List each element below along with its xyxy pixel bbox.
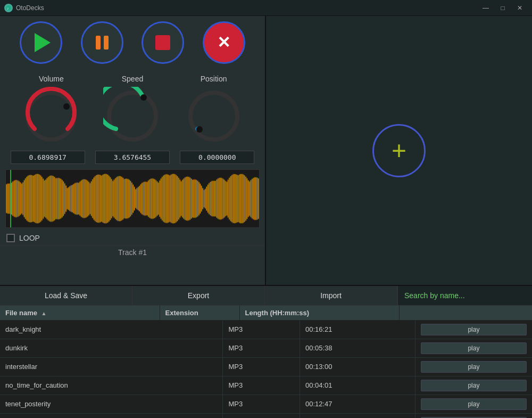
table-body: dark_knight MP3 00:16:21 play dunkirk MP… (0, 321, 532, 418)
loop-checkbox[interactable] (6, 234, 15, 242)
table-row: time MP3 00:04:36 play (0, 413, 532, 418)
filename-cell: no_time_for_caution (0, 376, 223, 395)
col-extension-header[interactable]: Extension (160, 306, 239, 321)
length-cell: 00:04:01 (300, 376, 415, 395)
table-row: dunkirk MP3 00:05:38 play (0, 339, 532, 357)
volume-value[interactable] (11, 151, 85, 164)
length-cell: 00:04:36 (300, 413, 415, 418)
speed-label: Speed (122, 75, 143, 83)
table-row: tenet_posterity MP3 00:12:47 play (0, 395, 532, 413)
play-cell: play (415, 413, 532, 418)
pause-icon (96, 36, 109, 50)
play-icon (35, 33, 51, 52)
filename-cell: dark_knight (0, 321, 223, 339)
transport: ✕ (0, 16, 265, 69)
volume-knob-container: Volume (22, 75, 80, 145)
x-icon: ✕ (217, 35, 230, 51)
pause-button[interactable] (81, 21, 123, 64)
bottom-area: Load & Save Export Import File name ▲ Ex… (0, 285, 532, 418)
close-track-button[interactable]: ✕ (203, 21, 245, 64)
titlebar: ♪ OtoDecks — □ ✕ (0, 0, 532, 16)
svg-text:♪: ♪ (7, 6, 9, 10)
svg-point-3 (63, 103, 70, 110)
export-button[interactable]: Export (132, 286, 265, 305)
play-row-button[interactable]: play (421, 380, 527, 391)
stop-icon (155, 35, 170, 50)
length-cell: 00:12:47 (300, 395, 415, 413)
speed-value[interactable] (95, 151, 170, 164)
search-input[interactable] (397, 286, 532, 305)
svg-point-5 (140, 94, 147, 101)
extension-cell: MP3 (223, 321, 300, 339)
table-wrapper[interactable]: dark_knight MP3 00:16:21 play dunkirk MP… (0, 321, 532, 418)
filename-cell: time (0, 413, 223, 418)
knobs-section: Volume Speed (0, 69, 265, 148)
col-play-header (399, 306, 532, 321)
play-cell: play (415, 321, 532, 339)
filename-cell: interstellar (0, 357, 223, 376)
extension-cell: MP3 (223, 376, 300, 395)
play-row-button[interactable]: play (421, 361, 527, 373)
extension-cell: MP3 (223, 413, 300, 418)
titlebar-controls: — □ ✕ (478, 3, 528, 13)
table-row: dark_knight MP3 00:16:21 play (0, 321, 532, 339)
filename-cell: tenet_posterity (0, 395, 223, 413)
play-row-button[interactable]: play (421, 342, 527, 354)
svg-point-6 (190, 93, 237, 140)
length-cell: 00:13:00 (300, 357, 415, 376)
extension-cell: MP3 (223, 395, 300, 413)
position-knob-container: Position (185, 75, 243, 145)
volume-label: Volume (39, 75, 64, 83)
waveform-container[interactable] (5, 169, 260, 228)
minimize-button[interactable]: — (478, 3, 494, 13)
play-cell: play (415, 376, 532, 395)
svg-point-2 (28, 93, 74, 140)
table-header-row: File name ▲ Extension Length (HH:mm:ss) (0, 306, 532, 321)
length-cell: 00:05:38 (300, 339, 415, 357)
app-icon: ♪ (4, 4, 13, 12)
filename-cell: dunkirk (0, 339, 223, 357)
svg-point-4 (109, 93, 156, 140)
toolbar-row: Load & Save Export Import (0, 286, 532, 306)
import-button[interactable]: Import (265, 286, 397, 305)
waveform-canvas (6, 170, 259, 227)
loop-row: LOOP (0, 231, 265, 245)
values-row (0, 148, 265, 167)
top-area: ✕ Volume Speed (0, 16, 532, 285)
play-button[interactable] (20, 21, 62, 64)
load-save-button[interactable]: Load & Save (0, 286, 132, 305)
sort-arrow: ▲ (41, 310, 47, 316)
extension-cell: MP3 (223, 357, 300, 376)
titlebar-left: ♪ OtoDecks (4, 4, 44, 12)
add-track-button[interactable]: + (372, 124, 426, 177)
extension-cell: MP3 (223, 339, 300, 357)
playhead-line (10, 170, 11, 227)
track-label: Track #1 (0, 245, 265, 259)
col-filename-header[interactable]: File name ▲ (0, 306, 160, 321)
play-cell: play (415, 357, 532, 376)
plus-icon: + (392, 138, 406, 163)
content-area: ✕ Volume Speed (0, 16, 532, 418)
stop-button[interactable] (142, 21, 184, 64)
table-row: interstellar MP3 00:13:00 play (0, 357, 532, 376)
volume-knob[interactable] (22, 87, 80, 145)
play-row-button[interactable]: play (421, 324, 527, 335)
position-label: Position (201, 75, 227, 83)
speed-knob-container: Speed (103, 75, 162, 145)
position-value[interactable] (180, 151, 254, 164)
position-knob[interactable] (185, 87, 243, 145)
svg-point-7 (196, 126, 203, 133)
app-title: OtoDecks (16, 4, 44, 12)
col-length-header[interactable]: Length (HH:mm:ss) (239, 306, 399, 321)
speed-knob[interactable] (103, 87, 162, 145)
maximize-button[interactable]: □ (495, 3, 511, 13)
file-table-body: dark_knight MP3 00:16:21 play dunkirk MP… (0, 321, 532, 418)
table-row: no_time_for_caution MP3 00:04:01 play (0, 376, 532, 395)
play-cell: play (415, 339, 532, 357)
loop-label: LOOP (19, 234, 40, 242)
file-table: File name ▲ Extension Length (HH:mm:ss) (0, 306, 532, 321)
right-panel: + (266, 16, 532, 285)
close-button[interactable]: ✕ (512, 3, 528, 13)
play-row-button[interactable]: play (421, 398, 527, 410)
play-cell: play (415, 395, 532, 413)
